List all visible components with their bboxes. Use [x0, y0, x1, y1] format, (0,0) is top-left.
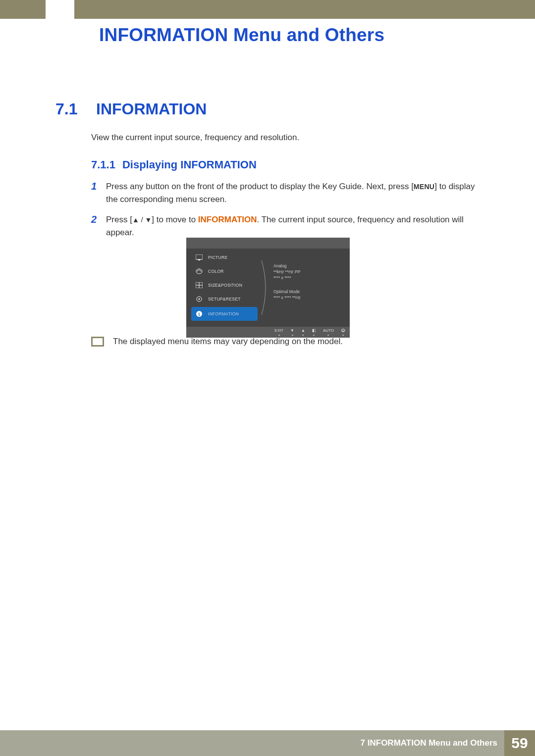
note-icon	[91, 337, 104, 347]
osd-menu-item-setup: SETUP&RESET	[186, 292, 261, 306]
osd-divider	[261, 249, 270, 327]
osd-info-line: Optimal Mode	[273, 289, 345, 295]
svg-point-3	[197, 270, 198, 271]
osd-auto-button: AUTO▾	[323, 328, 334, 337]
footer-chapter: 7 INFORMATION Menu and Others	[361, 738, 504, 748]
section-title: INFORMATION	[96, 100, 207, 118]
osd-menu-item-color: COLOR	[186, 264, 261, 278]
step-text: Press [▲ / ▼] to move to INFORMATION. Th…	[106, 213, 482, 240]
note: The displayed menu items may vary depend…	[91, 337, 343, 347]
osd-info-panel: Analog **kHz **Hz PP **** x **** Optimal…	[270, 249, 350, 327]
text-fragment: Press [	[106, 215, 132, 224]
section-intro: View the current input source, frequency…	[91, 133, 299, 143]
osd-menu-label: COLOR	[208, 269, 224, 274]
osd-info-block: Optimal Mode **** x **** **Hz	[273, 289, 345, 301]
subsection-number: 7.1.1	[91, 158, 115, 171]
picture-icon	[195, 253, 203, 261]
osd-menu-item-size: SIZE&POSITION	[186, 278, 261, 292]
osd-menu-label: INFORMATION	[208, 311, 239, 316]
subsection-title: Displaying INFORMATION	[122, 158, 257, 171]
footer: 7 INFORMATION Menu and Others 59	[0, 730, 535, 756]
curve-icon	[261, 258, 270, 317]
osd-info-block: Analog **kHz **Hz PP **** x ****	[273, 263, 345, 281]
section-number: 7.1	[55, 100, 84, 118]
osd-menu-label: SETUP&RESET	[208, 297, 241, 302]
down-arrow-icon: ▾	[302, 333, 304, 337]
osd-menu-label: PICTURE	[208, 255, 227, 260]
osd-btn-label: ◧	[312, 328, 316, 333]
step-item: 2 Press [▲ / ▼] to move to INFORMATION. …	[91, 213, 482, 240]
osd-body: PICTURE COLOR SIZE&POSITION SETUP&RESET	[186, 249, 350, 327]
osd-menu-item-information: i INFORMATION	[191, 307, 258, 321]
osd-btn-label: EXIT	[274, 328, 283, 333]
step-list: 1 Press any button on the front of the p…	[91, 180, 482, 246]
osd-menu-item-picture: PICTURE	[186, 251, 261, 264]
section-heading: 7.1 INFORMATION	[55, 100, 207, 118]
osd-figure: PICTURE COLOR SIZE&POSITION SETUP&RESET	[186, 238, 350, 338]
slash: /	[139, 215, 145, 223]
down-arrow-icon: ▼	[145, 215, 152, 223]
osd-info-line: **** x **** **Hz	[273, 295, 345, 301]
palette-icon	[195, 267, 203, 275]
step-number: 1	[91, 180, 98, 192]
down-arrow-icon: ▾	[292, 333, 293, 337]
step-item: 1 Press any button on the front of the p…	[91, 180, 482, 206]
step-number: 2	[91, 213, 98, 225]
text-fragment: Press any button on the front of the pro…	[106, 182, 414, 191]
osd-btn-label: ▼	[290, 328, 294, 333]
gear-icon	[195, 295, 203, 303]
svg-rect-1	[198, 259, 200, 260]
top-bar	[0, 0, 535, 19]
text-fragment: ] to move to	[152, 215, 198, 224]
down-arrow-icon: ▾	[313, 333, 315, 337]
highlight-text: INFORMATION	[198, 215, 257, 224]
osd-up-button: ▲▾	[301, 328, 305, 337]
menu-button-label: MENU	[414, 183, 434, 191]
osd-power-button: ⏻▾	[341, 328, 345, 337]
osd-btn-label: ⏻	[341, 328, 345, 333]
osd-menu-list: PICTURE COLOR SIZE&POSITION SETUP&RESET	[186, 249, 261, 327]
osd-btn-label: ▲	[301, 328, 305, 333]
svg-rect-0	[196, 254, 203, 259]
osd-button-bar: EXIT▾ ▼▾ ▲▾ ◧▾ AUTO▾ ⏻▾	[186, 327, 350, 338]
down-arrow-icon: ▾	[342, 333, 344, 337]
svg-point-10	[199, 299, 200, 300]
chapter-title: INFORMATION Menu and Others	[99, 25, 384, 46]
up-arrow-icon: ▲	[132, 215, 139, 223]
footer-page-number: 59	[504, 730, 535, 756]
svg-point-5	[200, 270, 201, 271]
down-arrow-icon: ▾	[327, 333, 329, 337]
osd-titlebar	[186, 238, 350, 249]
osd-exit-button: EXIT▾	[274, 328, 283, 337]
svg-point-4	[199, 270, 200, 271]
osd-source-button: ◧▾	[312, 328, 316, 337]
down-arrow-icon: ▾	[278, 333, 280, 337]
step-text: Press any button on the front of the pro…	[106, 180, 482, 206]
resize-icon	[195, 281, 203, 289]
osd-menu-label: SIZE&POSITION	[208, 283, 242, 288]
osd-info-line: Analog	[273, 263, 345, 269]
osd-info-line: **kHz **Hz PP	[273, 269, 345, 275]
osd-info-line: **** x ****	[273, 275, 345, 281]
left-margin	[0, 19, 46, 730]
svg-text:i: i	[198, 311, 200, 317]
info-icon: i	[195, 310, 203, 318]
note-text: The displayed menu items may vary depend…	[113, 337, 343, 347]
osd-btn-label: AUTO	[323, 328, 334, 333]
subsection-heading: 7.1.1 Displaying INFORMATION	[91, 158, 257, 171]
osd-down-button: ▼▾	[290, 328, 294, 337]
chapter-tab	[46, 0, 74, 19]
